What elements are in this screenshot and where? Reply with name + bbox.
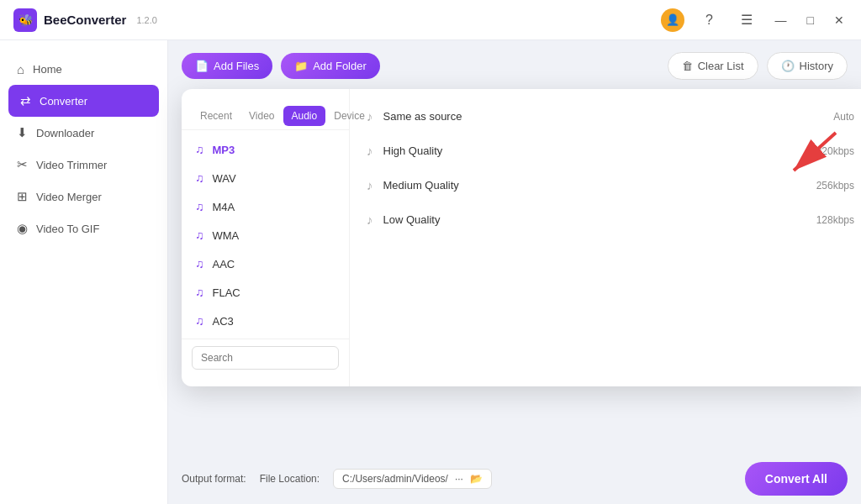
format-tabs: Recent Video Audio Device xyxy=(182,99,349,130)
tab-recent[interactable]: Recent xyxy=(192,106,240,126)
format-item-flac[interactable]: ♫ FLAC xyxy=(182,278,349,307)
file-location-path[interactable]: C:/Users/admin/Videos/ ··· 📂 xyxy=(333,469,492,489)
format-list: Recent Video Audio Device ♫ MP3 ♫ WAV ♫ … xyxy=(182,89,350,386)
quality-item-same[interactable]: ♪ Same as source Auto xyxy=(350,99,861,134)
bottom-bar: Output format: File Location: C:/Users/a… xyxy=(168,454,861,504)
sidebar-label-merger: Video Merger xyxy=(36,191,102,203)
music-icon: ♫ xyxy=(195,314,204,328)
app-logo: 🐝 BeeConverter 1.2.0 xyxy=(13,8,157,32)
content-area: 📄 Add Files 📁 Add Folder 🗑 Clear List 🕐 … xyxy=(168,40,861,504)
format-label-aac: AAC xyxy=(213,258,235,270)
music-icon: ♫ xyxy=(195,286,204,299)
help-icon[interactable]: ? xyxy=(698,8,721,32)
titlebar-controls: 👤 ? ☰ — □ ✕ xyxy=(661,8,848,32)
profile-icon[interactable]: 👤 xyxy=(661,8,684,32)
sidebar-item-downloader[interactable]: ⬇ Downloader xyxy=(0,117,167,149)
search-input[interactable] xyxy=(192,346,339,370)
format-label-wma: WMA xyxy=(213,229,240,242)
format-item-ac3[interactable]: ♫ AC3 xyxy=(182,307,349,335)
format-label-mp3: MP3 xyxy=(213,144,235,156)
tab-video[interactable]: Video xyxy=(240,106,283,126)
output-format-label: Output format: xyxy=(182,473,246,485)
music-icon: ♫ xyxy=(195,200,204,213)
history-label: History xyxy=(800,60,833,72)
app-title: BeeConverter xyxy=(44,13,126,27)
quality-label-same: Same as source xyxy=(383,110,824,123)
main-layout: ⌂ Home ⇄ Converter ⬇ Downloader ✂ Video … xyxy=(0,40,861,504)
converter-icon: ⇄ xyxy=(20,93,31,108)
add-folder-icon: 📁 xyxy=(294,60,308,72)
audio-icon: ♪ xyxy=(367,178,373,192)
quality-label-high: High Quality xyxy=(383,144,806,157)
toolbar: 📄 Add Files 📁 Add Folder 🗑 Clear List 🕐 … xyxy=(168,40,861,92)
sidebar: ⌂ Home ⇄ Converter ⬇ Downloader ✂ Video … xyxy=(0,40,168,504)
convert-all-button[interactable]: Convert All xyxy=(745,462,848,496)
quality-item-low[interactable]: ♪ Low Quality 128kbps xyxy=(350,202,861,237)
format-item-wma[interactable]: ♫ WMA xyxy=(182,221,349,249)
quality-value-same: Auto xyxy=(833,111,854,123)
trimmer-icon: ✂ xyxy=(17,157,28,172)
sidebar-item-video-merger[interactable]: ⊞ Video Merger xyxy=(0,181,167,213)
music-icon: ♫ xyxy=(195,143,204,156)
home-icon: ⌂ xyxy=(17,62,24,76)
menu-icon[interactable]: ☰ xyxy=(735,8,758,32)
sidebar-label-home: Home xyxy=(33,63,62,76)
quality-label-medium: Medium Quality xyxy=(383,179,806,192)
audio-icon: ♪ xyxy=(367,213,373,227)
minimize-button[interactable]: — xyxy=(772,12,790,29)
folder-open-icon[interactable]: 📂 xyxy=(470,473,483,485)
audio-icon: ♪ xyxy=(367,144,373,158)
audio-icon: ♪ xyxy=(367,109,373,123)
music-icon: ♫ xyxy=(195,171,204,185)
merger-icon: ⊞ xyxy=(17,189,28,204)
app-logo-icon: 🐝 xyxy=(13,8,37,32)
music-icon: ♫ xyxy=(195,257,204,270)
trash-icon: 🗑 xyxy=(682,60,693,72)
file-location-label: File Location: xyxy=(260,473,320,485)
titlebar: 🐝 BeeConverter 1.2.0 👤 ? ☰ — □ ✕ xyxy=(0,0,861,40)
format-label-m4a: M4A xyxy=(213,201,235,213)
close-button[interactable]: ✕ xyxy=(831,12,848,29)
add-folder-button[interactable]: 📁 Add Folder xyxy=(281,53,380,79)
format-item-aac[interactable]: ♫ AAC xyxy=(182,249,349,278)
sidebar-item-video-trimmer[interactable]: ✂ Video Trimmer xyxy=(0,149,167,181)
format-item-wav[interactable]: ♫ WAV xyxy=(182,164,349,192)
format-label-flac: FLAC xyxy=(213,286,240,299)
sidebar-label-gif: Video To GIF xyxy=(36,223,99,235)
ellipsis-icon[interactable]: ··· xyxy=(455,473,463,485)
add-folder-label: Add Folder xyxy=(313,60,367,72)
sidebar-label-downloader: Downloader xyxy=(36,127,94,139)
quality-value-low: 128kbps xyxy=(816,214,854,226)
clear-list-label: Clear List xyxy=(698,60,744,72)
quality-list: ♪ Same as source Auto ♪ High Quality 320… xyxy=(350,89,861,386)
app-version: 1.2.0 xyxy=(136,15,156,25)
history-button[interactable]: 🕐 History xyxy=(767,52,848,80)
maximize-button[interactable]: □ xyxy=(804,12,817,29)
history-icon: 🕐 xyxy=(781,60,795,72)
downloader-icon: ⬇ xyxy=(17,125,28,140)
sidebar-item-video-gif[interactable]: ◉ Video To GIF xyxy=(0,213,167,244)
gif-icon: ◉ xyxy=(17,221,28,236)
quality-item-high[interactable]: ♪ High Quality 320kbps xyxy=(350,134,861,168)
quality-label-low: Low Quality xyxy=(383,213,806,226)
quality-item-medium[interactable]: ♪ Medium Quality 256kbps xyxy=(350,168,861,202)
sidebar-item-home[interactable]: ⌂ Home xyxy=(0,54,167,85)
format-label-ac3: AC3 xyxy=(213,315,234,328)
sidebar-item-converter[interactable]: ⇄ Converter xyxy=(8,85,159,117)
music-icon: ♫ xyxy=(195,228,204,242)
file-location-text: C:/Users/admin/Videos/ xyxy=(342,473,448,485)
format-search xyxy=(182,339,349,376)
format-item-mp3[interactable]: ♫ MP3 xyxy=(182,135,349,164)
add-files-icon: 📄 xyxy=(195,60,209,72)
format-item-m4a[interactable]: ♫ M4A xyxy=(182,192,349,221)
quality-value-medium: 256kbps xyxy=(816,180,854,192)
add-files-button[interactable]: 📄 Add Files xyxy=(182,53,272,79)
format-label-wav: WAV xyxy=(213,172,236,185)
sidebar-label-converter: Converter xyxy=(40,95,87,108)
quality-value-high: 320kbps xyxy=(816,145,854,157)
format-dropdown: Recent Video Audio Device ♫ MP3 ♫ WAV ♫ … xyxy=(182,89,861,386)
tab-audio[interactable]: Audio xyxy=(283,106,326,126)
add-files-label: Add Files xyxy=(214,60,259,72)
sidebar-label-trimmer: Video Trimmer xyxy=(36,159,107,171)
clear-list-button[interactable]: 🗑 Clear List xyxy=(668,52,758,80)
